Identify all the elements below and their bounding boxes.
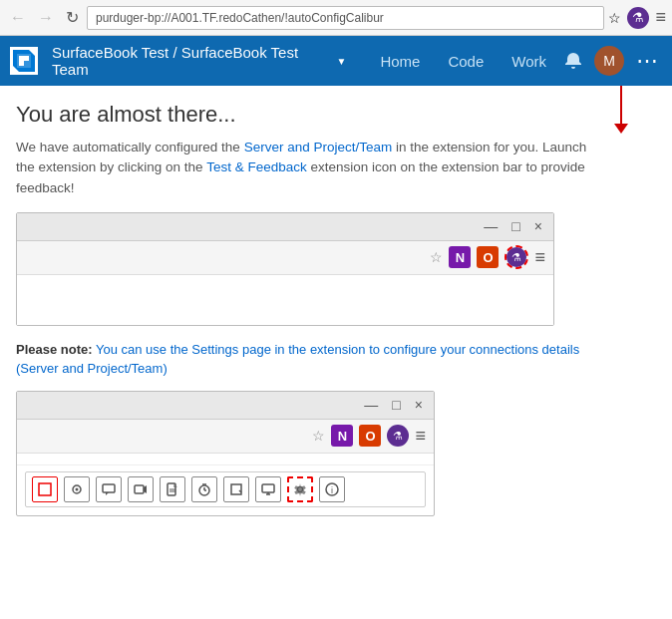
tool-screen[interactable] — [255, 476, 281, 502]
back-button[interactable]: ← — [6, 7, 30, 29]
mockup2-office-icon[interactable]: O — [359, 425, 381, 447]
mockup2-menu-icon[interactable]: ≡ — [415, 426, 426, 447]
timer-icon — [197, 482, 211, 496]
project-name[interactable]: SurfaceBook Test / SurfaceBook Test Team… — [52, 44, 346, 78]
avatar[interactable]: M — [594, 46, 624, 76]
comment-icon — [102, 482, 116, 496]
camera-icon — [70, 482, 84, 496]
vsts-nav-links: Home Code Work — [366, 36, 560, 86]
mockup2-titlebar: — □ × — [17, 392, 434, 420]
vsts-logo-svg — [13, 50, 35, 72]
notifications-button[interactable] — [560, 48, 586, 74]
vsts-navbar: SurfaceBook Test / SurfaceBook Test Team… — [0, 36, 672, 86]
mockup1-close[interactable]: × — [531, 218, 545, 234]
vsts-logo — [10, 47, 44, 75]
mockup2-lab-icon[interactable]: ⚗ — [387, 425, 409, 447]
note-link[interactable]: You can use the Settings page in the ext… — [16, 342, 579, 377]
gear-icon — [293, 482, 307, 496]
mockup1-menu-icon[interactable]: ≡ — [534, 247, 545, 268]
mockup2-maximize[interactable]: □ — [389, 397, 403, 413]
forward-button[interactable]: → — [34, 7, 58, 29]
mockup1-star-icon: ☆ — [430, 249, 443, 265]
mockup2-body — [17, 454, 434, 465]
vsts-logo-icon — [10, 47, 38, 75]
browser-menu-icon[interactable]: ≡ — [655, 7, 666, 28]
feedback-highlight: Test & Feedback — [206, 159, 307, 174]
mockup2-toolbar: ☆ N O ⚗ ≡ — [17, 420, 434, 454]
svg-rect-2 — [39, 483, 51, 495]
svg-rect-15 — [262, 484, 274, 492]
refresh-button[interactable]: ↻ — [62, 6, 83, 29]
mockup2-star-icon: ☆ — [312, 428, 325, 444]
page-description: We have automatically configured the Ser… — [16, 138, 594, 198]
red-arrow-indicator — [614, 86, 628, 134]
svg-point-4 — [76, 487, 79, 490]
page-title: You are almost there... — [16, 102, 656, 128]
mockup1-lab-inner: ⚗ — [506, 247, 526, 267]
address-bar[interactable] — [87, 6, 604, 30]
tool-info[interactable]: i — [319, 476, 345, 502]
star-icon: ☆ — [608, 10, 621, 26]
tools-toolbar: i — [25, 471, 426, 507]
tool-camera[interactable] — [64, 476, 90, 502]
tool-comment[interactable] — [96, 476, 122, 502]
nav-home[interactable]: Home — [366, 36, 434, 86]
svg-rect-14 — [231, 484, 241, 494]
svg-text:i: i — [331, 485, 333, 495]
mockup2-close[interactable]: × — [412, 397, 426, 413]
note-bold: Please note: — [16, 342, 93, 357]
project-chevron-icon: ▼ — [336, 56, 346, 67]
nav-work[interactable]: Work — [498, 36, 560, 86]
tool-timer[interactable] — [191, 476, 217, 502]
pen-icon — [38, 482, 52, 496]
bell-icon — [564, 52, 582, 70]
tool-settings[interactable] — [287, 476, 313, 502]
mockup1-minimize[interactable]: — — [481, 218, 501, 234]
svg-rect-5 — [103, 484, 115, 492]
browser-mockup-2: — □ × ☆ N O ⚗ ≡ — [16, 391, 435, 516]
mockup1-toolbar: ☆ N O ⚗ ≡ — [17, 241, 553, 275]
tool-video[interactable] — [128, 476, 154, 502]
mockup2-minimize[interactable]: — — [361, 397, 381, 413]
more-options-button[interactable]: ⋯ — [632, 44, 662, 78]
red-arrow-head — [614, 124, 628, 134]
tool-file[interactable] — [160, 476, 185, 502]
crop-icon — [229, 482, 243, 496]
mockup1-office-icon[interactable]: O — [477, 246, 499, 268]
note-text: Please note: You can use the Settings pa… — [16, 340, 594, 379]
screen-icon — [261, 482, 275, 496]
tool-pen[interactable] — [32, 476, 58, 502]
mockup1-onenote-icon[interactable]: N — [449, 246, 471, 268]
nav-code[interactable]: Code — [434, 36, 498, 86]
page-content: You are almost there... We have automati… — [0, 86, 672, 526]
mockup1-lab-icon-circled[interactable]: ⚗ — [504, 245, 528, 269]
red-arrow-line — [620, 86, 622, 124]
mockup1-titlebar: — □ × — [17, 213, 553, 241]
mockup2-onenote-icon[interactable]: N — [331, 425, 353, 447]
browser-mockup-1: — □ × ☆ N O ⚗ ≡ — [16, 212, 554, 326]
info-icon: i — [325, 482, 339, 496]
browser-action-icons: ☆ ⚗ ≡ — [608, 7, 666, 29]
server-highlight: Server and Project/Team — [244, 140, 393, 155]
tool-crop[interactable] — [223, 476, 249, 502]
mockup1-maximize[interactable]: □ — [508, 218, 522, 234]
test-feedback-icon[interactable]: ⚗ — [627, 7, 649, 29]
video-icon — [134, 482, 148, 496]
file-icon — [166, 482, 179, 496]
browser-chrome: ← → ↻ ☆ ⚗ ≡ — [0, 0, 672, 36]
vsts-right-icons: M ⋯ — [560, 44, 662, 78]
mockup1-body — [17, 275, 553, 325]
svg-rect-6 — [135, 485, 144, 493]
